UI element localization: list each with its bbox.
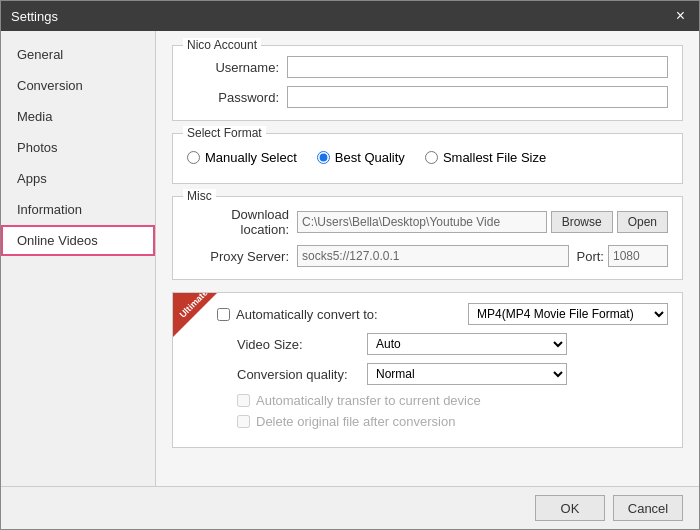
radio-manually[interactable]: Manually Select [187,150,297,165]
radio-smallest-input[interactable] [425,151,438,164]
open-button[interactable]: Open [617,211,668,233]
cancel-button[interactable]: Cancel [613,495,683,521]
port-input[interactable] [608,245,668,267]
window-title: Settings [11,9,58,24]
ok-button[interactable]: OK [535,495,605,521]
username-label: Username: [187,60,287,75]
proxy-server-label: Proxy Server: [187,249,297,264]
radio-manually-label: Manually Select [205,150,297,165]
sidebar-item-general[interactable]: General [1,39,155,70]
misc-section: Misc Download location: Browse Open Prox… [172,196,683,280]
select-format-label: Select Format [183,126,266,140]
transfer-row: Automatically transfer to current device [187,393,668,408]
delete-checkbox[interactable] [237,415,250,428]
main-panel: Nico Account Username: Password: Select … [156,31,699,486]
browse-button[interactable]: Browse [551,211,613,233]
format-radio-group: Manually Select Best Quality Smallest Fi… [187,144,668,171]
radio-manually-input[interactable] [187,151,200,164]
auto-convert-checkbox[interactable] [217,308,230,321]
download-location-label: Download location: [187,207,297,237]
close-icon[interactable]: × [672,8,689,24]
ultimate-section: Ultimate Automatically convert to: MP4(M… [172,292,683,448]
sidebar-item-conversion[interactable]: Conversion [1,70,155,101]
titlebar: Settings × [1,1,699,31]
sidebar-item-media[interactable]: Media [1,101,155,132]
video-size-select[interactable]: Auto 1080p 720p 480p [367,333,567,355]
proxy-server-input[interactable] [297,245,569,267]
transfer-checkbox[interactable] [237,394,250,407]
format-select[interactable]: MP4(MP4 Movie File Format) AVI MOV MKV [468,303,668,325]
password-label: Password: [187,90,287,105]
video-size-row: Video Size: Auto 1080p 720p 480p [187,333,668,355]
radio-best-input[interactable] [317,151,330,164]
footer: OK Cancel [1,486,699,529]
nico-account-section: Nico Account Username: Password: [172,45,683,121]
nico-account-label: Nico Account [183,38,261,52]
sidebar: General Conversion Media Photos Apps Inf… [1,31,156,486]
sidebar-item-photos[interactable]: Photos [1,132,155,163]
password-input[interactable] [287,86,668,108]
auto-convert-label: Automatically convert to: [236,307,378,322]
content-area: General Conversion Media Photos Apps Inf… [1,31,699,486]
port-label: Port: [577,249,604,264]
sidebar-item-information[interactable]: Information [1,194,155,225]
download-location-row: Download location: Browse Open [187,207,668,237]
misc-label: Misc [183,189,216,203]
password-row: Password: [187,86,668,108]
radio-best-label: Best Quality [335,150,405,165]
sidebar-item-apps[interactable]: Apps [1,163,155,194]
delete-row: Delete original file after conversion [187,414,668,429]
proxy-row: Proxy Server: Port: [187,245,668,267]
quality-select[interactable]: Normal High Low [367,363,567,385]
transfer-label: Automatically transfer to current device [256,393,481,408]
sidebar-item-online-videos[interactable]: Online Videos [1,225,155,256]
auto-convert-row: Automatically convert to: MP4(MP4 Movie … [187,303,668,325]
username-input[interactable] [287,56,668,78]
quality-row: Conversion quality: Normal High Low [187,363,668,385]
settings-window: Settings × General Conversion Media Phot… [0,0,700,530]
username-row: Username: [187,56,668,78]
video-size-label: Video Size: [237,337,367,352]
download-location-input[interactable] [297,211,547,233]
radio-best[interactable]: Best Quality [317,150,405,165]
delete-label: Delete original file after conversion [256,414,455,429]
select-format-section: Select Format Manually Select Best Quali… [172,133,683,184]
quality-label: Conversion quality: [237,367,367,382]
radio-smallest[interactable]: Smallest File Size [425,150,546,165]
radio-smallest-label: Smallest File Size [443,150,546,165]
